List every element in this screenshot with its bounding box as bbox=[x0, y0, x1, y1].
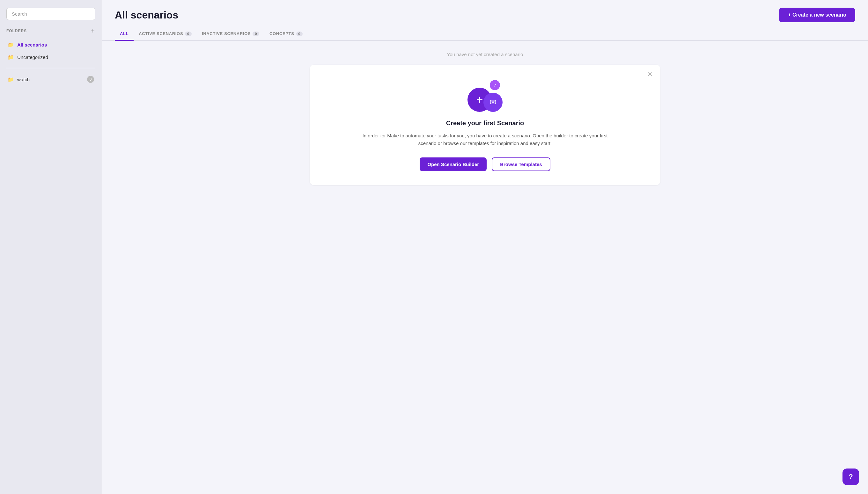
main-body: You have not yet created a scenario ✕ ✓ … bbox=[102, 41, 868, 494]
sidebar: FOLDERS + 📁 All scenarios 📁 Uncategorize… bbox=[0, 0, 102, 494]
watch-count-badge: 0 bbox=[87, 76, 94, 83]
create-new-scenario-button[interactable]: + Create a new scenario bbox=[779, 8, 855, 22]
tab-all[interactable]: ALL bbox=[115, 27, 134, 41]
check-badge-icon: ✓ bbox=[490, 80, 500, 90]
tab-active-badge: 0 bbox=[185, 32, 192, 36]
main-content: All scenarios + Create a new scenario AL… bbox=[102, 0, 868, 494]
sidebar-nav: 📁 All scenarios 📁 Uncategorized bbox=[0, 37, 102, 65]
sidebar-item-label: Uncategorized bbox=[17, 55, 48, 60]
tab-concepts-badge: 0 bbox=[296, 32, 303, 36]
card-illustration: ✓ + ✉ bbox=[467, 80, 502, 112]
main-header: All scenarios + Create a new scenario bbox=[102, 0, 868, 22]
sidebar-item-all-scenarios[interactable]: 📁 All scenarios bbox=[4, 39, 98, 51]
folder-icon: 📁 bbox=[8, 76, 14, 82]
close-card-button[interactable]: ✕ bbox=[646, 70, 654, 79]
tab-all-label: ALL bbox=[120, 31, 129, 36]
help-button[interactable]: ? bbox=[843, 469, 859, 485]
folder-icon: 📁 bbox=[8, 42, 14, 48]
sidebar-watch-label: watch bbox=[17, 77, 30, 82]
page-title: All scenarios bbox=[115, 9, 178, 21]
search-container bbox=[0, 0, 102, 25]
card-title: Create your first Scenario bbox=[446, 119, 524, 127]
add-folder-button[interactable]: + bbox=[90, 28, 95, 34]
tab-inactive-scenarios[interactable]: INACTIVE SCENARIOS 0 bbox=[197, 27, 264, 41]
create-first-scenario-card: ✕ ✓ + ✉ Create your first Scenario In or… bbox=[310, 65, 660, 185]
search-input[interactable] bbox=[6, 8, 95, 20]
folders-header: FOLDERS + bbox=[0, 25, 102, 37]
card-description: In order for Make to automate your tasks… bbox=[361, 132, 609, 147]
folders-label: FOLDERS bbox=[6, 29, 27, 33]
browse-templates-button[interactable]: Browse Templates bbox=[492, 157, 550, 171]
tab-concepts[interactable]: CONCEPTS 0 bbox=[264, 27, 308, 41]
sidebar-item-left: 📁 watch bbox=[8, 76, 30, 82]
sidebar-watch-nav: 📁 watch 0 bbox=[0, 71, 102, 87]
email-icon: ✉ bbox=[483, 93, 502, 112]
tab-inactive-badge: 0 bbox=[253, 32, 259, 36]
tab-active-scenarios[interactable]: ACTIVE SCENARIOS 0 bbox=[134, 27, 197, 41]
sidebar-item-label: All scenarios bbox=[17, 42, 47, 48]
card-actions: Open Scenario Builder Browse Templates bbox=[420, 157, 550, 171]
sidebar-item-watch[interactable]: 📁 watch 0 bbox=[4, 73, 98, 86]
sidebar-divider bbox=[6, 68, 95, 68]
sidebar-item-uncategorized[interactable]: 📁 Uncategorized bbox=[4, 51, 98, 63]
tabs-container: ALL ACTIVE SCENARIOS 0 INACTIVE SCENARIO… bbox=[102, 22, 868, 41]
folder-icon: 📁 bbox=[8, 54, 14, 60]
open-scenario-builder-button[interactable]: Open Scenario Builder bbox=[420, 157, 486, 171]
tab-inactive-label: INACTIVE SCENARIOS bbox=[202, 31, 251, 36]
tab-concepts-label: CONCEPTS bbox=[270, 31, 294, 36]
tab-active-label: ACTIVE SCENARIOS bbox=[139, 31, 183, 36]
empty-hint: You have not yet created a scenario bbox=[447, 52, 523, 57]
